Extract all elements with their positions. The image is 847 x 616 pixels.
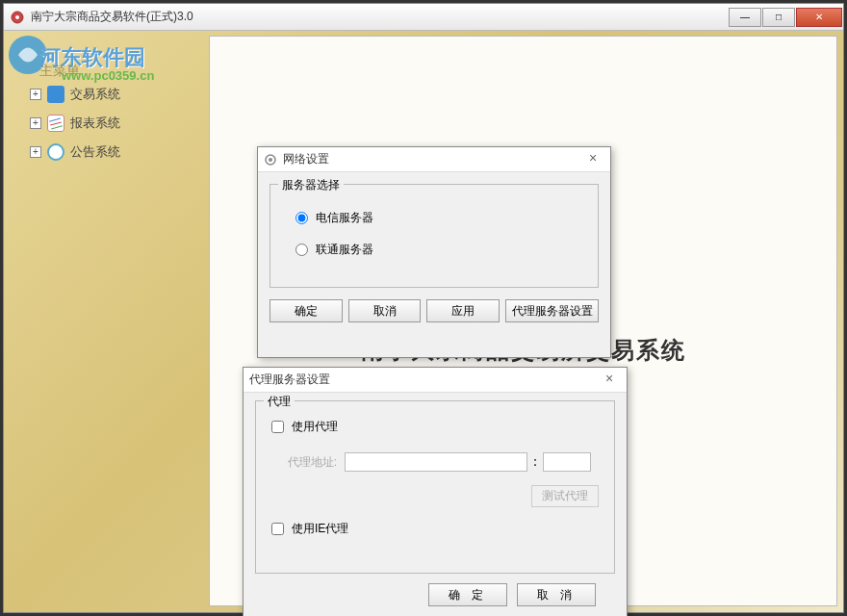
dialog-title: 代理服务器设置 bbox=[249, 372, 598, 388]
server-select-group: 服务器选择 电信服务器 联通服务器 bbox=[270, 184, 599, 288]
apply-button[interactable]: 应用 bbox=[426, 299, 500, 322]
proxy-settings-dialog: 代理服务器设置 × 代理 使用代理 代理地址: : bbox=[243, 367, 628, 616]
svg-point-1 bbox=[15, 15, 19, 19]
sidebar-item-report[interactable]: + 报表系统 bbox=[30, 115, 120, 132]
cancel-button[interactable]: 取 消 bbox=[517, 583, 596, 606]
use-proxy-checkbox[interactable] bbox=[271, 421, 284, 433]
radio-unicom[interactable]: 联通服务器 bbox=[295, 242, 584, 258]
sidebar-item-trading[interactable]: + 交易系统 bbox=[30, 86, 120, 103]
radio-label: 联通服务器 bbox=[316, 242, 373, 258]
proxy-settings-button[interactable]: 代理服务器设置 bbox=[505, 299, 599, 322]
window-title: 南宁大宗商品交易软件(正式)3.0 bbox=[31, 9, 729, 25]
network-settings-dialog: 网络设置 × 服务器选择 电信服务器 联通服务器 确定 bbox=[257, 146, 611, 358]
titlebar[interactable]: 南宁大宗商品交易软件(正式)3.0 — □ ✕ bbox=[4, 4, 843, 31]
groupbox-title: 服务器选择 bbox=[278, 177, 344, 193]
chart-icon bbox=[47, 115, 64, 132]
groupbox-title: 代理 bbox=[264, 394, 295, 410]
radio-unicom-input[interactable] bbox=[295, 244, 308, 256]
sidebar-item-label: 公告系统 bbox=[70, 143, 120, 161]
dialog-button-row: 确 定 取 消 bbox=[255, 583, 615, 606]
application-window: 南宁大宗商品交易软件(正式)3.0 — □ ✕ 河东软件园 主菜单 www.pc… bbox=[3, 3, 844, 613]
checkbox-label: 使用IE代理 bbox=[292, 521, 348, 537]
main-area: 河东软件园 主菜单 www.pc0359.cn + 交易系统 + 报表系统 + … bbox=[4, 31, 843, 612]
monitor-icon bbox=[47, 86, 64, 103]
dialog-button-row: 确定 取消 应用 代理服务器设置 bbox=[270, 299, 599, 322]
watermark-site-url: www.pc0359.cn bbox=[62, 68, 154, 83]
expand-icon[interactable]: + bbox=[30, 117, 41, 129]
gear-icon bbox=[264, 153, 277, 167]
dialog-body: 服务器选择 电信服务器 联通服务器 确定 取消 应用 代理服务器设置 bbox=[258, 172, 610, 334]
chat-bubble-icon bbox=[47, 143, 64, 161]
dialog-title: 网络设置 bbox=[283, 151, 581, 167]
maximize-button[interactable]: □ bbox=[762, 8, 795, 27]
port-separator: : bbox=[533, 455, 537, 469]
window-controls: — □ ✕ bbox=[729, 8, 843, 27]
sidebar-item-label: 交易系统 bbox=[70, 86, 120, 103]
dialog-close-button[interactable]: × bbox=[598, 371, 621, 390]
dialog-body: 代理 使用代理 代理地址: : 测试代理 bbox=[244, 393, 627, 614]
checkbox-label: 使用代理 bbox=[292, 419, 338, 435]
cancel-button[interactable]: 取消 bbox=[348, 299, 422, 322]
proxy-address-input[interactable] bbox=[345, 452, 527, 472]
sidebar-item-label: 报表系统 bbox=[70, 115, 120, 132]
radio-label: 电信服务器 bbox=[316, 210, 373, 226]
dialog-titlebar[interactable]: 代理服务器设置 × bbox=[244, 368, 627, 393]
address-label: 代理地址: bbox=[279, 454, 337, 471]
expand-icon[interactable]: + bbox=[30, 89, 41, 100]
radio-telecom[interactable]: 电信服务器 bbox=[295, 210, 584, 226]
radio-telecom-input[interactable] bbox=[295, 212, 308, 224]
dialog-close-button[interactable]: × bbox=[581, 150, 604, 169]
use-proxy-checkbox-row[interactable]: 使用代理 bbox=[271, 419, 603, 435]
menu-items: + 交易系统 + 报表系统 + 公告系统 bbox=[30, 86, 120, 172]
expand-icon[interactable]: + bbox=[30, 146, 41, 158]
sidebar-item-announce[interactable]: + 公告系统 bbox=[30, 143, 120, 161]
dialog-titlebar[interactable]: 网络设置 × bbox=[258, 147, 610, 172]
ok-button[interactable]: 确 定 bbox=[428, 583, 507, 606]
test-button-row: 测试代理 bbox=[268, 485, 599, 507]
sidebar: 河东软件园 主菜单 www.pc0359.cn + 交易系统 + 报表系统 + … bbox=[9, 36, 201, 161]
proxy-group: 代理 使用代理 代理地址: : 测试代理 bbox=[255, 400, 615, 574]
use-ie-proxy-checkbox[interactable] bbox=[271, 523, 284, 535]
proxy-address-row: 代理地址: : bbox=[279, 452, 603, 472]
close-button[interactable]: ✕ bbox=[796, 8, 842, 27]
test-proxy-button[interactable]: 测试代理 bbox=[531, 485, 599, 507]
minimize-button[interactable]: — bbox=[729, 8, 761, 27]
ok-button[interactable]: 确定 bbox=[270, 299, 343, 322]
proxy-port-input[interactable] bbox=[543, 452, 591, 472]
use-ie-proxy-checkbox-row[interactable]: 使用IE代理 bbox=[271, 521, 603, 537]
app-icon bbox=[10, 10, 25, 25]
svg-point-4 bbox=[269, 158, 272, 162]
